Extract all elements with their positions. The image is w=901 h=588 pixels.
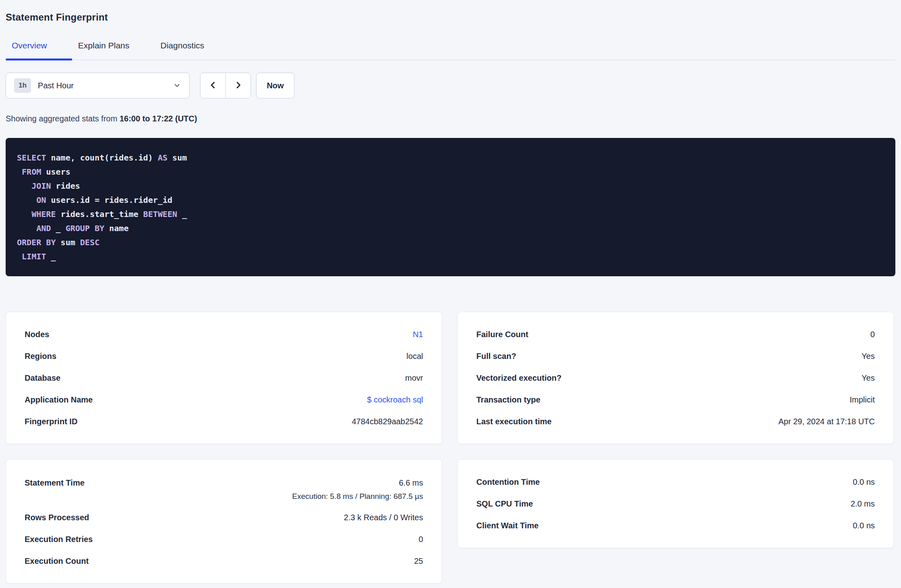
row-value: 0.0 ns [853,477,875,486]
row-value-wrap: Apr 29, 2024 at 17:18 UTC [778,417,875,426]
row-label: Vectorized execution? [476,373,561,383]
sql-line: ORDER BY sum DESC [17,236,884,250]
sql-line: ON users.id = rides.rider_id [17,193,884,207]
sql-keyword: FROM [22,167,41,177]
sql-line: JOIN rides [17,179,884,193]
card-row: Execution Retries0 [25,528,423,550]
tab-explain-plans[interactable]: Explain Plans [72,41,154,60]
overview-card: NodesN1RegionslocalDatabasemovrApplicati… [6,312,442,444]
next-time-button[interactable] [225,73,250,98]
statement-stats-card: Statement Time6.6 msExecution: 5.8 ms / … [6,459,442,584]
card-row: Regionslocal [25,345,423,367]
row-label: SQL CPU Time [476,499,533,509]
sql-token: users [41,167,70,177]
tabs-bar: OverviewExplain PlansDiagnostics [6,41,895,60]
row-value-wrap: 0 [870,330,875,339]
sql-token: rides [51,181,80,191]
card-row: Statement Time6.6 msExecution: 5.8 ms / … [25,471,423,507]
sql-token: users.id = rides.rider_id [46,195,172,205]
sql-token: _ [177,209,187,219]
row-value: 0 [419,535,423,544]
sql-keyword: GROUP BY [65,223,104,233]
sql-line: AND _ GROUP BY name [17,221,884,236]
row-value-wrap: 25 [414,557,423,566]
row-value: movr [405,373,423,382]
row-value: 2.0 ms [851,499,875,508]
card-row: Vectorized execution?Yes [476,367,875,389]
card-row: Fingerprint ID4784cb829aab2542 [25,411,423,432]
row-value-link[interactable]: $ cockroach sql [367,395,423,404]
row-value: Yes [861,352,875,361]
time-controls: 1h Past Hour Now [6,73,895,98]
row-label: Last execution time [476,417,552,426]
sql-token [17,167,22,177]
card-row: Full scan?Yes [476,345,875,367]
time-range-select[interactable]: 1h Past Hour [6,73,190,98]
sql-line: WHERE rides.start_time BETWEEN _ [17,207,884,221]
sql-token [17,252,22,261]
sql-token [17,209,31,219]
statement-fingerprint-page: Statement Fingerprint OverviewExplain Pl… [0,0,901,588]
row-value-wrap: Yes [861,352,875,361]
row-value-wrap: local [407,352,423,361]
time-range-label: Past Hour [38,81,74,90]
tab-overview[interactable]: Overview [6,41,72,60]
row-value: 0 [870,330,875,339]
card-row: Execution Count25 [25,550,423,572]
chevron-right-icon [234,81,243,91]
row-value-wrap: 2.0 ms [851,499,875,509]
sql-token: _ [46,252,56,261]
sql-line: LIMIT _ [17,250,884,264]
card-row: Databasemovr [25,367,423,389]
row-value: Implicit [850,395,875,404]
row-label: Application Name [25,395,93,405]
row-value: Yes [861,373,875,382]
row-value-wrap: 0.0 ns [853,521,875,530]
sql-token: sum [56,238,80,247]
tab-label: Diagnostics [161,41,204,50]
row-label: Failure Count [476,330,528,339]
row-value: 25 [414,557,423,565]
sql-token: name, count(rides.id) [46,153,158,163]
sql-keyword: WHERE [31,209,56,219]
now-button[interactable]: Now [256,73,294,98]
sql-token: sum [167,153,187,163]
card-row: Client Wait Time0.0 ns [476,515,875,536]
sql-token [17,181,31,191]
row-label: Fingerprint ID [25,417,77,426]
stats-range: 16:00 to 17:22 (UTC) [119,114,197,123]
sql-keyword: BETWEEN [143,209,177,219]
prev-time-button[interactable] [200,73,225,98]
chevron-left-icon [209,81,217,91]
tab-label: Overview [12,41,47,50]
row-label: Execution Count [25,557,89,566]
card-row: Failure Count0 [476,323,875,345]
row-value-wrap: N1 [413,330,423,339]
row-subvalue: Execution: 5.8 ms / Planning: 687.5 µs [292,490,423,503]
page-title: Statement Fingerprint [6,0,895,23]
row-value-wrap: 0.0 ns [853,477,875,487]
row-value-wrap: 4784cb829aab2542 [352,417,423,426]
row-label: Nodes [25,330,49,339]
sql-keyword: SELECT [17,153,46,163]
row-value-wrap: Yes [861,373,875,383]
row-value-link[interactable]: N1 [413,330,423,339]
sql-keyword: JOIN [31,181,51,191]
row-value-wrap: $ cockroach sql [367,395,423,405]
sql-line: SELECT name, count(rides.id) AS sum [17,151,884,165]
sql-keyword: AS [158,153,167,163]
card-row: Contention Time0.0 ns [476,471,875,493]
row-value: 4784cb829aab2542 [352,417,423,426]
cards-grid: NodesN1RegionslocalDatabasemovrApplicati… [6,312,895,584]
sql-keyword: AND [36,223,51,233]
row-value: 2.3 k Reads / 0 Writes [344,513,423,522]
tab-diagnostics[interactable]: Diagnostics [154,41,229,60]
card-row: Transaction typeImplicit [476,389,875,411]
sql-token: name [104,223,129,233]
row-label: Client Wait Time [476,521,538,530]
time-range-badge: 1h [14,78,31,93]
timing-stats-card: Contention Time0.0 nsSQL CPU Time2.0 msC… [457,459,894,548]
sql-keyword: DESC [80,238,100,247]
time-nav-group [200,73,251,98]
row-value: Apr 29, 2024 at 17:18 UTC [778,417,875,426]
